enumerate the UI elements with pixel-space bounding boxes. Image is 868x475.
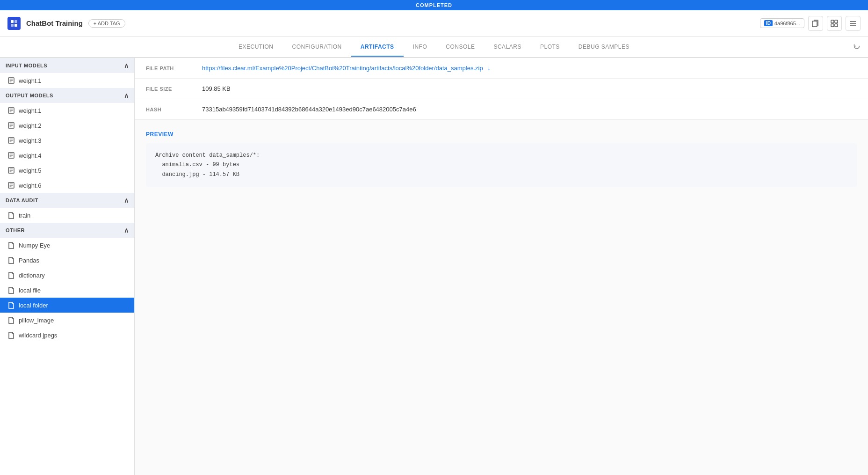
preview-content: Archive content data_samples/*: animalia… [146,143,857,187]
collapse-other-icon[interactable]: ∧ [124,227,129,234]
menu-icon-button[interactable] [846,16,861,31]
id-label: ID [764,20,773,26]
svg-rect-2 [11,24,14,27]
sidebar-item-label: pillow_image [19,317,54,324]
sidebar-item-local-file[interactable]: local file [0,283,134,298]
file-icon [7,212,15,219]
sidebar-item-label: weight.6 [19,182,41,189]
app-title: ChatBot Training [26,19,83,27]
sidebar-item-output-weight2[interactable]: weight.2 [0,118,134,133]
sidebar-item-label: local file [19,287,41,294]
tab-debug-samples[interactable]: DEBUG SAMPLES [569,38,639,57]
sidebar-item-label: dictionary [19,272,45,279]
svg-rect-3 [14,24,17,27]
svg-rect-4 [812,21,817,27]
sidebar-item-output-weight4[interactable]: weight.4 [0,148,134,163]
file-icon [7,241,15,249]
file-icon [7,271,15,279]
header-right: ID da96f865... [760,16,861,31]
file-icon [7,286,15,294]
file-path-value: https://files.clear.ml/Example%20Project… [202,65,857,72]
tab-info[interactable]: INFO [404,38,437,57]
model-icon [7,137,15,144]
sidebar-section-input-models[interactable]: INPUT MODELS ∧ [0,58,134,73]
file-size-value: 109.85 KB [202,85,857,92]
file-icon [7,316,15,324]
tab-artifacts[interactable]: ARTIFACTS [351,38,404,57]
model-icon [7,167,15,174]
svg-rect-6 [835,20,838,23]
file-path-label: FILE PATH [146,66,202,71]
sidebar-item-input-weight1[interactable]: weight.1 [0,73,134,88]
collapse-data-audit-icon[interactable]: ∧ [124,197,129,204]
sidebar-item-train[interactable]: train [0,208,134,223]
collapse-input-models-icon[interactable]: ∧ [124,62,129,69]
file-path-link[interactable]: https://files.clear.ml/Example%20Project… [202,65,483,72]
hash-label: HASH [146,107,202,112]
files-icon-button[interactable] [808,16,823,31]
header-left: ChatBot Training + ADD TAG [7,17,125,30]
status-bar: COMPLETED [0,0,868,10]
id-badge: ID da96f865... [760,18,804,28]
logo-icon [7,17,21,30]
sidebar-item-label: Numpy Eye [19,242,50,249]
sidebar-item-output-weight5[interactable]: weight.5 [0,163,134,178]
sidebar-section-output-models[interactable]: OUTPUT MODELS ∧ [0,88,134,103]
tab-execution[interactable]: EXECUTION [229,38,283,57]
sidebar-item-wildcard-jpegs[interactable]: wildcard jpegs [0,328,134,343]
section-label-other: OTHER [6,227,25,233]
svg-rect-1 [14,20,17,23]
hash-row: HASH 73315ab49359fd71403741d84392b68644a… [135,99,868,120]
sidebar-item-output-weight3[interactable]: weight.3 [0,133,134,148]
tab-console[interactable]: CONSOLE [436,38,484,57]
sidebar-item-label: wildcard jpegs [19,332,57,339]
id-value: da96f865... [774,21,800,26]
main-layout: INPUT MODELS ∧ weight.1 OUTPUT MODELS ∧ … [0,58,868,475]
svg-rect-0 [11,20,14,23]
file-path-row: FILE PATH https://files.clear.ml/Example… [135,58,868,79]
file-size-row: FILE SIZE 109.85 KB [135,79,868,99]
model-icon [7,122,15,129]
collapse-output-models-icon[interactable]: ∧ [124,92,129,99]
section-label-output-models: OUTPUT MODELS [6,93,53,98]
download-icon[interactable]: ↓ [487,65,491,72]
sidebar-item-label: weight.4 [19,152,41,159]
status-badge: COMPLETED [408,1,460,9]
svg-rect-8 [835,24,838,27]
expand-icon-button[interactable] [827,16,842,31]
sidebar-item-label: weight.3 [19,137,41,144]
sidebar-item-label: weight.1 [19,77,41,84]
section-label-input-models: INPUT MODELS [6,63,47,68]
sidebar-item-label: weight.5 [19,167,41,174]
sidebar-item-label: weight.2 [19,122,41,129]
hash-value: 73315ab49359fd71403741d84392b68644a320e1… [202,106,857,113]
file-icon [7,331,15,339]
tab-scalars[interactable]: SCALARS [484,38,531,57]
sidebar-item-label: Pandas [19,257,39,264]
sidebar-section-other[interactable]: OTHER ∧ [0,223,134,238]
preview-section: PREVIEW Archive content data_samples/*: … [135,120,868,198]
svg-rect-5 [831,20,834,23]
sidebar-item-pandas[interactable]: Pandas [0,253,134,268]
sidebar-item-label: local folder [19,302,48,309]
sidebar-item-output-weight6[interactable]: weight.6 [0,178,134,193]
sidebar-section-data-audit[interactable]: DATA AUDIT ∧ [0,193,134,208]
tabs-bar: EXECUTION CONFIGURATION ARTIFACTS INFO C… [0,37,868,58]
sidebar-item-local-folder[interactable]: local folder [0,298,134,313]
preview-title: PREVIEW [146,131,857,138]
file-icon [7,256,15,264]
tab-plots[interactable]: PLOTS [531,38,569,57]
sidebar-item-dictionary[interactable]: dictionary [0,268,134,283]
tab-configuration[interactable]: CONFIGURATION [282,38,351,57]
svg-rect-7 [831,24,834,27]
model-icon [7,107,15,114]
add-tag-button[interactable]: + ADD TAG [88,19,125,28]
refresh-icon[interactable] [853,43,861,51]
sidebar-item-label: train [19,212,30,219]
sidebar-item-numpy-eye[interactable]: Numpy Eye [0,238,134,253]
model-icon [7,152,15,159]
sidebar-item-pillow-image[interactable]: pillow_image [0,313,134,328]
sidebar-item-output-weight1[interactable]: weight.1 [0,103,134,118]
file-info-table: FILE PATH https://files.clear.ml/Example… [135,58,868,120]
file-size-label: FILE SIZE [146,86,202,92]
